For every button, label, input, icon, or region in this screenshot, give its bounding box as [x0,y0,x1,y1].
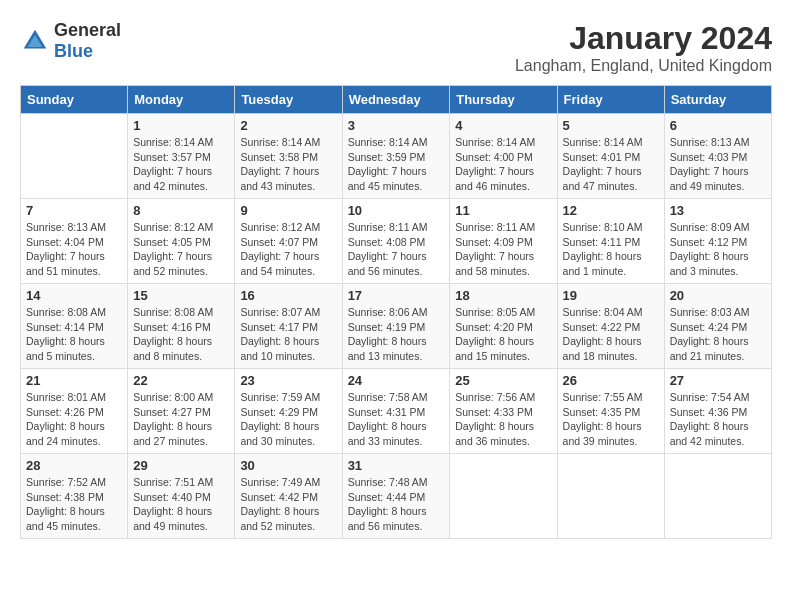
calendar-cell: 9 Sunrise: 8:12 AM Sunset: 4:07 PM Dayli… [235,199,342,284]
sunrise-text: Sunrise: 8:14 AM [348,135,445,150]
day-info: Sunrise: 8:14 AM Sunset: 4:00 PM Dayligh… [455,135,551,194]
month-title: January 2024 [515,20,772,57]
day-info: Sunrise: 8:11 AM Sunset: 4:08 PM Dayligh… [348,220,445,279]
col-saturday: Saturday [664,86,771,114]
daylight-text: Daylight: 8 hours and 3 minutes. [670,249,766,278]
day-info: Sunrise: 7:58 AM Sunset: 4:31 PM Dayligh… [348,390,445,449]
sunset-text: Sunset: 4:33 PM [455,405,551,420]
logo-blue-text: Blue [54,41,93,61]
day-number: 15 [133,288,229,303]
sunset-text: Sunset: 4:01 PM [563,150,659,165]
sunrise-text: Sunrise: 8:04 AM [563,305,659,320]
sunset-text: Sunset: 4:36 PM [670,405,766,420]
calendar-cell: 27 Sunrise: 7:54 AM Sunset: 4:36 PM Dayl… [664,369,771,454]
sunset-text: Sunset: 4:27 PM [133,405,229,420]
sunrise-text: Sunrise: 8:14 AM [563,135,659,150]
day-info: Sunrise: 7:54 AM Sunset: 4:36 PM Dayligh… [670,390,766,449]
sunset-text: Sunset: 4:38 PM [26,490,122,505]
sunrise-text: Sunrise: 8:00 AM [133,390,229,405]
calendar-cell: 16 Sunrise: 8:07 AM Sunset: 4:17 PM Dayl… [235,284,342,369]
day-info: Sunrise: 8:08 AM Sunset: 4:14 PM Dayligh… [26,305,122,364]
day-number: 19 [563,288,659,303]
sunset-text: Sunset: 4:22 PM [563,320,659,335]
sunrise-text: Sunrise: 8:06 AM [348,305,445,320]
day-info: Sunrise: 7:49 AM Sunset: 4:42 PM Dayligh… [240,475,336,534]
day-number: 3 [348,118,445,133]
sunrise-text: Sunrise: 8:11 AM [348,220,445,235]
sunrise-text: Sunrise: 8:11 AM [455,220,551,235]
day-info: Sunrise: 8:12 AM Sunset: 4:07 PM Dayligh… [240,220,336,279]
daylight-text: Daylight: 8 hours and 36 minutes. [455,419,551,448]
calendar-cell [664,454,771,539]
daylight-text: Daylight: 7 hours and 58 minutes. [455,249,551,278]
calendar-cell: 8 Sunrise: 8:12 AM Sunset: 4:05 PM Dayli… [128,199,235,284]
daylight-text: Daylight: 8 hours and 13 minutes. [348,334,445,363]
calendar-cell: 28 Sunrise: 7:52 AM Sunset: 4:38 PM Dayl… [21,454,128,539]
day-info: Sunrise: 8:05 AM Sunset: 4:20 PM Dayligh… [455,305,551,364]
col-wednesday: Wednesday [342,86,450,114]
calendar-cell: 19 Sunrise: 8:04 AM Sunset: 4:22 PM Dayl… [557,284,664,369]
daylight-text: Daylight: 8 hours and 52 minutes. [240,504,336,533]
calendar-week-3: 14 Sunrise: 8:08 AM Sunset: 4:14 PM Dayl… [21,284,772,369]
daylight-text: Daylight: 7 hours and 51 minutes. [26,249,122,278]
calendar-week-2: 7 Sunrise: 8:13 AM Sunset: 4:04 PM Dayli… [21,199,772,284]
sunrise-text: Sunrise: 8:08 AM [133,305,229,320]
day-number: 29 [133,458,229,473]
calendar-cell: 14 Sunrise: 8:08 AM Sunset: 4:14 PM Dayl… [21,284,128,369]
daylight-text: Daylight: 7 hours and 52 minutes. [133,249,229,278]
sunset-text: Sunset: 4:19 PM [348,320,445,335]
day-number: 27 [670,373,766,388]
col-monday: Monday [128,86,235,114]
daylight-text: Daylight: 7 hours and 45 minutes. [348,164,445,193]
sunrise-text: Sunrise: 8:05 AM [455,305,551,320]
calendar-cell: 13 Sunrise: 8:09 AM Sunset: 4:12 PM Dayl… [664,199,771,284]
sunrise-text: Sunrise: 7:51 AM [133,475,229,490]
sunset-text: Sunset: 4:05 PM [133,235,229,250]
day-info: Sunrise: 8:13 AM Sunset: 4:04 PM Dayligh… [26,220,122,279]
calendar-cell: 23 Sunrise: 7:59 AM Sunset: 4:29 PM Dayl… [235,369,342,454]
calendar-cell [21,114,128,199]
sunrise-text: Sunrise: 8:01 AM [26,390,122,405]
day-number: 2 [240,118,336,133]
day-info: Sunrise: 8:06 AM Sunset: 4:19 PM Dayligh… [348,305,445,364]
day-number: 4 [455,118,551,133]
daylight-text: Daylight: 8 hours and 5 minutes. [26,334,122,363]
sunset-text: Sunset: 4:11 PM [563,235,659,250]
day-info: Sunrise: 8:08 AM Sunset: 4:16 PM Dayligh… [133,305,229,364]
sunrise-text: Sunrise: 8:08 AM [26,305,122,320]
header-row: Sunday Monday Tuesday Wednesday Thursday… [21,86,772,114]
sunrise-text: Sunrise: 8:10 AM [563,220,659,235]
daylight-text: Daylight: 7 hours and 43 minutes. [240,164,336,193]
calendar-cell: 1 Sunrise: 8:14 AM Sunset: 3:57 PM Dayli… [128,114,235,199]
sunrise-text: Sunrise: 8:07 AM [240,305,336,320]
sunset-text: Sunset: 4:00 PM [455,150,551,165]
day-number: 17 [348,288,445,303]
calendar-cell: 7 Sunrise: 8:13 AM Sunset: 4:04 PM Dayli… [21,199,128,284]
calendar-cell: 29 Sunrise: 7:51 AM Sunset: 4:40 PM Dayl… [128,454,235,539]
calendar-cell: 21 Sunrise: 8:01 AM Sunset: 4:26 PM Dayl… [21,369,128,454]
daylight-text: Daylight: 8 hours and 42 minutes. [670,419,766,448]
day-info: Sunrise: 8:14 AM Sunset: 3:59 PM Dayligh… [348,135,445,194]
daylight-text: Daylight: 8 hours and 27 minutes. [133,419,229,448]
daylight-text: Daylight: 7 hours and 49 minutes. [670,164,766,193]
sunset-text: Sunset: 4:16 PM [133,320,229,335]
day-number: 9 [240,203,336,218]
day-info: Sunrise: 8:04 AM Sunset: 4:22 PM Dayligh… [563,305,659,364]
calendar-cell: 4 Sunrise: 8:14 AM Sunset: 4:00 PM Dayli… [450,114,557,199]
daylight-text: Daylight: 8 hours and 1 minute. [563,249,659,278]
sunrise-text: Sunrise: 7:55 AM [563,390,659,405]
day-info: Sunrise: 8:14 AM Sunset: 3:58 PM Dayligh… [240,135,336,194]
sunrise-text: Sunrise: 8:13 AM [670,135,766,150]
day-info: Sunrise: 8:14 AM Sunset: 3:57 PM Dayligh… [133,135,229,194]
sunrise-text: Sunrise: 8:12 AM [240,220,336,235]
sunrise-text: Sunrise: 7:52 AM [26,475,122,490]
sunset-text: Sunset: 4:44 PM [348,490,445,505]
daylight-text: Daylight: 8 hours and 8 minutes. [133,334,229,363]
day-number: 18 [455,288,551,303]
calendar-cell: 25 Sunrise: 7:56 AM Sunset: 4:33 PM Dayl… [450,369,557,454]
logo-general-text: General [54,20,121,40]
sunset-text: Sunset: 3:57 PM [133,150,229,165]
sunset-text: Sunset: 4:07 PM [240,235,336,250]
sunrise-text: Sunrise: 8:14 AM [133,135,229,150]
daylight-text: Daylight: 7 hours and 46 minutes. [455,164,551,193]
